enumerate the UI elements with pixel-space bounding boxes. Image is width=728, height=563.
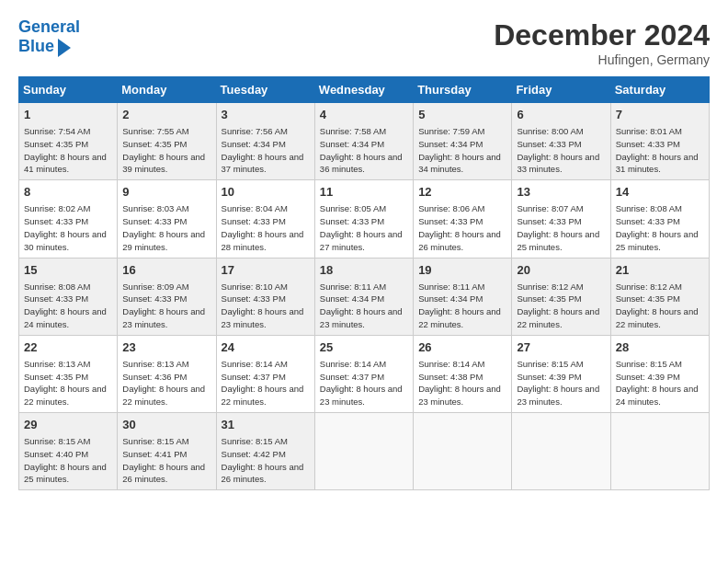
day-info: Sunrise: 8:15 AMSunset: 4:40 PMDaylight:… — [24, 435, 112, 486]
day-number: 5 — [418, 107, 506, 123]
calendar-cell: 29Sunrise: 8:15 AMSunset: 4:40 PMDayligh… — [19, 413, 118, 490]
calendar-cell: 23Sunrise: 8:13 AMSunset: 4:36 PMDayligh… — [118, 335, 216, 412]
day-info: Sunrise: 8:08 AMSunset: 4:33 PMDaylight:… — [616, 202, 704, 253]
calendar-cell: 14Sunrise: 8:08 AMSunset: 4:33 PMDayligh… — [610, 180, 709, 258]
day-number: 30 — [122, 417, 210, 433]
calendar-cell: 12Sunrise: 8:06 AMSunset: 4:33 PMDayligh… — [414, 180, 512, 258]
calendar-cell: 4Sunrise: 7:58 AMSunset: 4:34 PMDaylight… — [314, 103, 413, 180]
calendar-cell: 7Sunrise: 8:01 AMSunset: 4:33 PMDaylight… — [610, 103, 709, 180]
calendar-cell: 26Sunrise: 8:14 AMSunset: 4:38 PMDayligh… — [414, 335, 512, 412]
day-number: 3 — [222, 107, 310, 123]
day-number: 6 — [517, 107, 605, 123]
day-number: 18 — [320, 262, 408, 279]
calendar-cell — [610, 413, 709, 490]
day-number: 20 — [517, 262, 605, 279]
day-info: Sunrise: 8:14 AMSunset: 4:37 PMDaylight:… — [222, 358, 310, 408]
day-number: 8 — [24, 184, 112, 201]
calendar-cell: 13Sunrise: 8:07 AMSunset: 4:33 PMDayligh… — [512, 180, 610, 258]
calendar-cell: 15Sunrise: 8:08 AMSunset: 4:33 PMDayligh… — [19, 258, 118, 335]
day-info: Sunrise: 8:11 AMSunset: 4:34 PMDaylight:… — [320, 281, 408, 331]
day-info: Sunrise: 8:15 AMSunset: 4:39 PMDaylight:… — [517, 358, 605, 408]
col-header-saturday: Saturday — [610, 77, 709, 103]
calendar-cell: 9Sunrise: 8:03 AMSunset: 4:33 PMDaylight… — [118, 180, 216, 258]
calendar-cell: 27Sunrise: 8:15 AMSunset: 4:39 PMDayligh… — [512, 335, 610, 412]
day-number: 19 — [418, 262, 506, 279]
calendar-cell: 18Sunrise: 8:11 AMSunset: 4:34 PMDayligh… — [314, 258, 413, 335]
day-number: 23 — [122, 339, 210, 356]
calendar-cell — [414, 413, 512, 490]
logo-general: General — [18, 17, 80, 36]
day-number: 27 — [517, 339, 605, 356]
calendar-cell: 11Sunrise: 8:05 AMSunset: 4:33 PMDayligh… — [314, 180, 413, 258]
day-number: 22 — [24, 339, 112, 356]
calendar-cell: 3Sunrise: 7:56 AMSunset: 4:34 PMDaylight… — [216, 103, 314, 180]
calendar-week-row: 29Sunrise: 8:15 AMSunset: 4:40 PMDayligh… — [19, 413, 710, 490]
day-info: Sunrise: 8:13 AMSunset: 4:36 PMDaylight:… — [122, 358, 210, 408]
calendar-cell: 1Sunrise: 7:54 AMSunset: 4:35 PMDaylight… — [19, 103, 118, 180]
day-number: 26 — [418, 339, 506, 356]
calendar-cell — [512, 413, 610, 490]
day-info: Sunrise: 8:11 AMSunset: 4:34 PMDaylight:… — [418, 281, 506, 331]
calendar-cell: 31Sunrise: 8:15 AMSunset: 4:42 PMDayligh… — [216, 413, 314, 490]
col-header-monday: Monday — [118, 77, 216, 103]
day-info: Sunrise: 8:15 AMSunset: 4:41 PMDaylight:… — [122, 435, 210, 486]
calendar-cell — [314, 413, 413, 490]
day-number: 9 — [122, 184, 210, 201]
calendar-cell: 10Sunrise: 8:04 AMSunset: 4:33 PMDayligh… — [216, 180, 314, 258]
day-info: Sunrise: 8:15 AMSunset: 4:39 PMDaylight:… — [616, 358, 704, 408]
day-number: 16 — [122, 262, 210, 279]
day-number: 24 — [222, 339, 310, 356]
day-number: 25 — [320, 339, 408, 356]
day-number: 1 — [24, 107, 112, 123]
day-info: Sunrise: 8:02 AMSunset: 4:33 PMDaylight:… — [24, 202, 112, 253]
logo: General Blue — [18, 18, 80, 57]
day-number: 2 — [122, 107, 210, 123]
logo-blue: Blue — [18, 38, 54, 56]
calendar-table: SundayMondayTuesdayWednesdayThursdayFrid… — [18, 76, 710, 490]
logo-text: General — [18, 18, 80, 37]
calendar-cell: 5Sunrise: 7:59 AMSunset: 4:34 PMDaylight… — [414, 103, 512, 180]
day-info: Sunrise: 8:12 AMSunset: 4:35 PMDaylight:… — [616, 281, 704, 331]
calendar-cell: 21Sunrise: 8:12 AMSunset: 4:35 PMDayligh… — [610, 258, 709, 335]
day-number: 13 — [517, 184, 605, 201]
page-header: General Blue December 2024 Hufingen, Ger… — [18, 18, 710, 67]
day-number: 15 — [24, 262, 112, 279]
col-header-wednesday: Wednesday — [314, 77, 413, 103]
calendar-week-row: 22Sunrise: 8:13 AMSunset: 4:35 PMDayligh… — [19, 335, 710, 412]
day-info: Sunrise: 7:58 AMSunset: 4:34 PMDaylight:… — [320, 125, 408, 176]
calendar-week-row: 1Sunrise: 7:54 AMSunset: 4:35 PMDaylight… — [19, 103, 710, 180]
day-info: Sunrise: 8:12 AMSunset: 4:35 PMDaylight:… — [517, 281, 605, 331]
day-info: Sunrise: 8:09 AMSunset: 4:33 PMDaylight:… — [122, 281, 210, 331]
day-number: 21 — [616, 262, 704, 279]
calendar-cell: 19Sunrise: 8:11 AMSunset: 4:34 PMDayligh… — [414, 258, 512, 335]
day-info: Sunrise: 7:56 AMSunset: 4:34 PMDaylight:… — [222, 125, 310, 176]
calendar-cell: 30Sunrise: 8:15 AMSunset: 4:41 PMDayligh… — [118, 413, 216, 490]
calendar-cell: 8Sunrise: 8:02 AMSunset: 4:33 PMDaylight… — [19, 180, 118, 258]
calendar-cell: 6Sunrise: 8:00 AMSunset: 4:33 PMDaylight… — [512, 103, 610, 180]
day-number: 11 — [320, 184, 408, 201]
calendar-week-row: 15Sunrise: 8:08 AMSunset: 4:33 PMDayligh… — [19, 258, 710, 335]
day-number: 31 — [222, 417, 310, 433]
day-info: Sunrise: 8:03 AMSunset: 4:33 PMDaylight:… — [122, 202, 210, 253]
calendar-cell: 24Sunrise: 8:14 AMSunset: 4:37 PMDayligh… — [216, 335, 314, 412]
day-number: 7 — [616, 107, 704, 123]
day-info: Sunrise: 8:07 AMSunset: 4:33 PMDaylight:… — [517, 202, 605, 253]
location: Hufingen, Germany — [494, 52, 710, 67]
day-info: Sunrise: 8:14 AMSunset: 4:37 PMDaylight:… — [320, 358, 408, 408]
calendar-cell: 28Sunrise: 8:15 AMSunset: 4:39 PMDayligh… — [610, 335, 709, 412]
col-header-friday: Friday — [512, 77, 610, 103]
day-number: 14 — [616, 184, 704, 201]
day-info: Sunrise: 7:55 AMSunset: 4:35 PMDaylight:… — [122, 125, 210, 176]
day-info: Sunrise: 8:13 AMSunset: 4:35 PMDaylight:… — [24, 358, 112, 408]
day-info: Sunrise: 7:54 AMSunset: 4:35 PMDaylight:… — [24, 125, 112, 176]
calendar-cell: 16Sunrise: 8:09 AMSunset: 4:33 PMDayligh… — [118, 258, 216, 335]
calendar-cell: 2Sunrise: 7:55 AMSunset: 4:35 PMDaylight… — [118, 103, 216, 180]
calendar-cell: 17Sunrise: 8:10 AMSunset: 4:33 PMDayligh… — [216, 258, 314, 335]
day-info: Sunrise: 8:05 AMSunset: 4:33 PMDaylight:… — [320, 202, 408, 253]
day-info: Sunrise: 8:04 AMSunset: 4:33 PMDaylight:… — [222, 202, 310, 253]
calendar-cell: 22Sunrise: 8:13 AMSunset: 4:35 PMDayligh… — [19, 335, 118, 412]
calendar-week-row: 8Sunrise: 8:02 AMSunset: 4:33 PMDaylight… — [19, 180, 710, 258]
day-number: 4 — [320, 107, 408, 123]
day-info: Sunrise: 8:10 AMSunset: 4:33 PMDaylight:… — [222, 281, 310, 331]
day-number: 17 — [222, 262, 310, 279]
